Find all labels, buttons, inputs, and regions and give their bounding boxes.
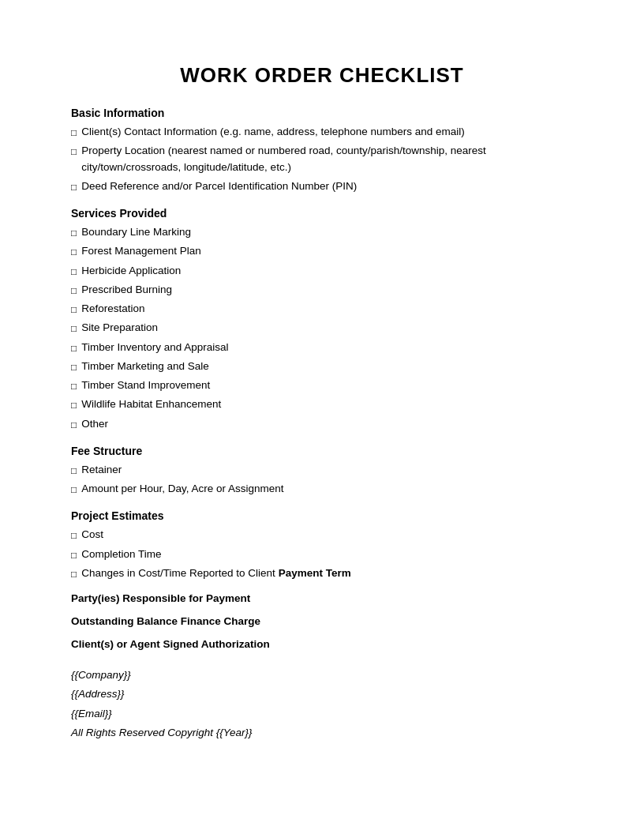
- list-item: □ Reforestation: [71, 301, 573, 317]
- checkbox-icon: □: [71, 126, 77, 140]
- footer-copyright: All Rights Reserved Copyright {{Year}}: [71, 723, 573, 742]
- item-text: Timber Inventory and Appraisal: [81, 340, 573, 355]
- item-text: Deed Reference and/or Parcel Identificat…: [81, 178, 573, 194]
- footer-address: {{Address}}: [71, 685, 573, 704]
- section-project-estimates: Project Estimates □ Cost □ Completion Ti…: [71, 509, 573, 581]
- list-item: □ Changes in Cost/Time Reported to Clien…: [71, 565, 573, 581]
- list-item: □ Timber Inventory and Appraisal: [71, 340, 573, 355]
- section-heading-fee-structure: Fee Structure: [71, 445, 573, 457]
- checkbox-icon: □: [71, 567, 77, 581]
- item-text: Prescribed Burning: [81, 282, 573, 298]
- checkbox-icon: □: [71, 341, 77, 355]
- item-text: Reforestation: [81, 301, 573, 317]
- checkbox-icon: □: [71, 398, 77, 412]
- checkbox-icon: □: [71, 226, 77, 240]
- checkbox-icon: □: [71, 464, 77, 478]
- checkbox-icon: □: [71, 245, 77, 259]
- item-text: Property Location (nearest named or numb…: [81, 143, 573, 175]
- footer: {{Company}} {{Address}} {{Email}} All Ri…: [71, 666, 573, 742]
- list-item: □ Client(s) Contact Information (e.g. na…: [71, 124, 573, 140]
- checkbox-icon: □: [71, 321, 77, 336]
- list-item: □ Prescribed Burning: [71, 282, 573, 298]
- list-item: □ Herbicide Application: [71, 263, 573, 279]
- checkbox-icon: □: [71, 360, 77, 374]
- list-item: □ Timber Stand Improvement: [71, 378, 573, 393]
- item-text: Timber Stand Improvement: [81, 378, 573, 393]
- list-item: □ Completion Time: [71, 547, 573, 562]
- section-heading-services-provided: Services Provided: [71, 207, 573, 220]
- list-item: □ Other: [71, 416, 573, 432]
- party-responsible-label: Party(ies) Responsible for Payment: [71, 592, 573, 604]
- list-item: □ Boundary Line Marking: [71, 224, 573, 240]
- client-authorization-label: Client(s) or Agent Signed Authorization: [71, 638, 573, 650]
- footer-email: {{Email}}: [71, 704, 573, 723]
- item-text: Cost: [81, 527, 573, 543]
- checkbox-icon: □: [71, 265, 77, 279]
- checkbox-icon: □: [71, 379, 77, 393]
- item-text: Forest Management Plan: [81, 243, 573, 259]
- outstanding-balance-label: Outstanding Balance Finance Charge: [71, 615, 573, 627]
- section-heading-project-estimates: Project Estimates: [71, 509, 573, 522]
- checkbox-icon: □: [71, 548, 77, 562]
- section-basic-information: Basic Information □ Client(s) Contact In…: [71, 107, 573, 194]
- payment-term-inline-label: Payment Term: [279, 567, 351, 579]
- item-text: Other: [81, 416, 573, 432]
- item-text: Boundary Line Marking: [81, 224, 573, 240]
- list-item: □ Cost: [71, 527, 573, 543]
- item-text: Completion Time: [81, 547, 573, 562]
- section-heading-basic-information: Basic Information: [71, 107, 573, 119]
- checkbox-icon: □: [71, 418, 77, 432]
- list-item: □ Property Location (nearest named or nu…: [71, 143, 573, 175]
- list-item: □ Timber Marketing and Sale: [71, 359, 573, 374]
- item-text: Amount per Hour, Day, Acre or Assignment: [81, 481, 573, 497]
- checkbox-icon: □: [71, 284, 77, 298]
- item-text: Timber Marketing and Sale: [81, 359, 573, 374]
- list-item: □ Wildlife Habitat Enhancement: [71, 396, 573, 412]
- page: WORK ORDER CHECKLIST Basic Information □…: [0, 0, 644, 834]
- checkbox-icon: □: [71, 180, 77, 194]
- list-item: □ Forest Management Plan: [71, 243, 573, 259]
- item-text: Herbicide Application: [81, 263, 573, 279]
- list-item: □ Site Preparation: [71, 320, 573, 336]
- item-text: Client(s) Contact Information (e.g. name…: [81, 124, 573, 140]
- item-text: Site Preparation: [81, 320, 573, 336]
- changes-in-cost-text: Changes in Cost/Time Reported to Client: [81, 567, 275, 579]
- checkbox-icon: □: [71, 528, 77, 543]
- list-item: □ Amount per Hour, Day, Acre or Assignme…: [71, 481, 573, 497]
- footer-company: {{Company}}: [71, 666, 573, 685]
- section-fee-structure: Fee Structure □ Retainer □ Amount per Ho…: [71, 445, 573, 498]
- list-item: □ Retainer: [71, 462, 573, 478]
- section-services-provided: Services Provided □ Boundary Line Markin…: [71, 207, 573, 432]
- checkbox-icon: □: [71, 302, 77, 317]
- item-text: Retainer: [81, 462, 573, 478]
- list-item: □ Deed Reference and/or Parcel Identific…: [71, 178, 573, 194]
- checkbox-icon: □: [71, 483, 77, 497]
- item-text: Changes in Cost/Time Reported to Client …: [81, 565, 573, 581]
- item-text: Wildlife Habitat Enhancement: [81, 396, 573, 412]
- page-title: WORK ORDER CHECKLIST: [71, 63, 573, 88]
- checkbox-icon: □: [71, 145, 77, 159]
